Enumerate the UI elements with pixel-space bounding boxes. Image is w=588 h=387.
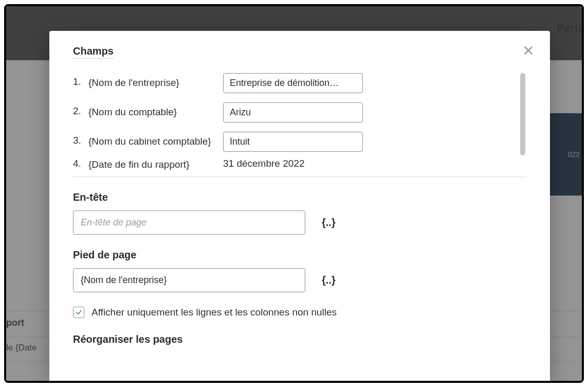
field-label: {Date de fin du rapport} xyxy=(88,155,216,171)
close-button[interactable] xyxy=(521,43,536,58)
field-number: 3. xyxy=(73,132,81,146)
field-number: 1. xyxy=(73,73,81,87)
company-name-input[interactable] xyxy=(223,73,363,93)
settings-modal: Champs 1. {Nom de l'entreprise} 2. {Nom … xyxy=(49,31,550,381)
scrollbar-thumb[interactable] xyxy=(520,73,525,155)
checkbox-label: Afficher uniquement les lignes et les co… xyxy=(91,307,337,318)
field-label: {Nom du comptable} xyxy=(88,102,216,119)
report-end-date-value: 31 décembre 2022 xyxy=(223,155,304,169)
fields-list: 1. {Nom de l'entreprise} 2. {Nom du comp… xyxy=(73,73,512,171)
field-row: 3. {Nom du cabinet comptable} xyxy=(73,132,512,152)
page-footer-input[interactable] xyxy=(73,268,305,292)
nonzero-rows-checkbox[interactable] xyxy=(73,307,84,318)
footer-section-title: Pied de page xyxy=(73,249,526,261)
footer-row: {..} xyxy=(73,268,526,292)
fields-scroll-area: 1. {Nom de l'entreprise} 2. {Nom du comp… xyxy=(73,73,526,171)
field-label: {Nom du cabinet comptable} xyxy=(88,132,216,148)
header-section-title: En-tête xyxy=(73,191,526,203)
field-number: 4. xyxy=(73,155,81,169)
fields-section-title: Champs xyxy=(73,45,114,59)
check-icon xyxy=(75,308,83,316)
field-row: 2. {Nom du comptable} xyxy=(73,102,512,122)
insert-token-button[interactable]: {..} xyxy=(322,274,336,286)
field-row: 1. {Nom de l'entreprise} xyxy=(73,73,512,93)
close-icon xyxy=(523,45,534,56)
field-label: {Nom de l'entreprise} xyxy=(88,73,216,90)
fields-divider xyxy=(73,177,526,177)
page-header-input[interactable] xyxy=(73,210,305,235)
checkbox-row: Afficher uniquement les lignes et les co… xyxy=(73,307,526,318)
accountant-name-input[interactable] xyxy=(223,102,363,122)
field-number: 2. xyxy=(73,102,81,117)
insert-token-button[interactable]: {..} xyxy=(322,217,336,228)
reorder-pages-title: Réorganiser les pages xyxy=(73,333,526,345)
field-row: 4. {Date de fin du rapport} 31 décembre … xyxy=(73,155,512,171)
header-row: {..} xyxy=(73,210,526,235)
firm-name-input[interactable] xyxy=(223,132,363,152)
